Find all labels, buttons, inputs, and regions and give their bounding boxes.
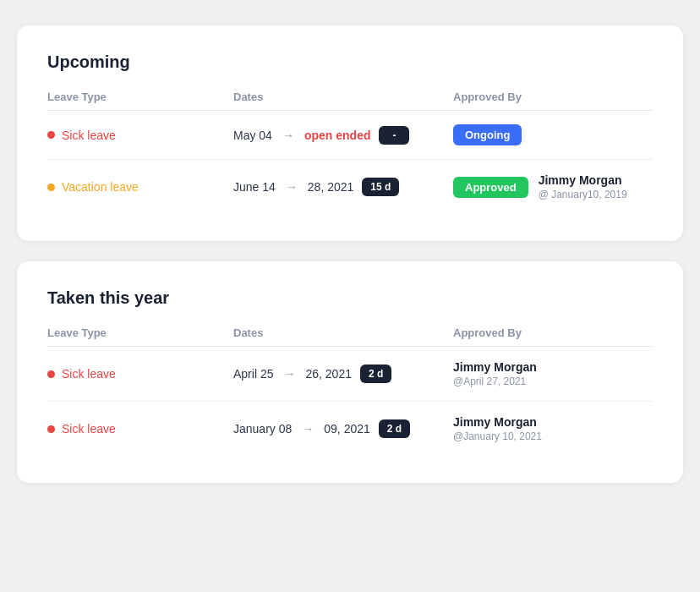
upcoming-date-start-1: May 04 <box>233 129 272 142</box>
upcoming-approved-2: Approved Jimmy Morgan @ January10, 2019 <box>453 173 653 200</box>
upcoming-table-header: Leave Type Dates Approved By <box>47 90 653 111</box>
taken-row-2: Sick leave January 08 → 09, 2021 2 d Jim… <box>47 402 653 456</box>
taken-approver-date-1: @April 27, 2021 <box>453 375 537 387</box>
upcoming-duration-badge-2: 15 d <box>362 178 399 196</box>
upcoming-dates-2: June 14 → 28, 2021 15 d <box>233 178 453 196</box>
taken-approved-1: Jimmy Morgan @April 27, 2021 <box>453 360 653 387</box>
taken-leave-type-1: Sick leave <box>47 367 233 381</box>
taken-dates-1: April 25 → 26, 2021 2 d <box>233 365 453 383</box>
taken-duration-badge-2: 2 d <box>379 419 410 438</box>
taken-approver-info-1: Jimmy Morgan @April 27, 2021 <box>453 360 537 387</box>
approved-badge-2: Approved <box>453 177 528 198</box>
upcoming-leave-type-2: Vacation leave <box>47 180 233 194</box>
taken-this-year-card: Taken this year Leave Type Dates Approve… <box>17 261 683 483</box>
taken-header-approved-by: Approved By <box>453 326 653 339</box>
upcoming-card: Upcoming Leave Type Dates Approved By Si… <box>17 25 683 241</box>
dot-icon-red-1 <box>47 131 55 139</box>
upcoming-dates-1: May 04 → open ended - <box>233 126 453 145</box>
upcoming-duration-badge-1: - <box>379 126 409 145</box>
taken-date-end-2: 09, 2021 <box>324 422 370 436</box>
taken-date-end-1: 26, 2021 <box>305 367 352 381</box>
upcoming-approver-date-2: @ January10, 2019 <box>539 189 627 200</box>
taken-header-leave-type: Leave Type <box>47 326 233 339</box>
taken-duration-badge-1: 2 d <box>360 365 391 383</box>
upcoming-date-end-1: open ended <box>304 129 371 142</box>
upcoming-approved-1: Ongoing <box>453 124 653 145</box>
taken-table-header: Leave Type Dates Approved By <box>47 326 653 347</box>
arrow-icon-1: → <box>282 129 294 142</box>
taken-leave-type-2: Sick leave <box>47 422 233 436</box>
taken-approver-name-1: Jimmy Morgan <box>453 360 537 374</box>
taken-dates-2: January 08 → 09, 2021 2 d <box>233 419 453 438</box>
arrow-icon-4: → <box>302 422 314 436</box>
taken-approved-2: Jimmy Morgan @January 10, 2021 <box>453 415 653 442</box>
upcoming-approver-name-2: Jimmy Morgan <box>539 173 627 187</box>
arrow-icon-3: → <box>283 367 295 381</box>
upcoming-row-1: Sick leave May 04 → open ended - Ongoing <box>47 111 653 160</box>
taken-approver-info-2: Jimmy Morgan @January 10, 2021 <box>453 415 542 442</box>
upcoming-date-end-2: 28, 2021 <box>308 180 354 194</box>
upcoming-title: Upcoming <box>47 52 653 72</box>
arrow-icon-2: → <box>286 180 298 194</box>
upcoming-leave-type-1: Sick leave <box>47 129 233 142</box>
taken-date-start-1: April 25 <box>233 367 273 381</box>
upcoming-approver-info-2: Jimmy Morgan @ January10, 2019 <box>539 173 627 200</box>
dot-icon-red-3 <box>47 425 55 433</box>
upcoming-header-dates: Dates <box>233 90 453 103</box>
upcoming-header-leave-type: Leave Type <box>47 90 233 103</box>
upcoming-leave-label-2: Vacation leave <box>62 180 139 194</box>
upcoming-header-approved-by: Approved By <box>453 90 653 103</box>
taken-date-start-2: January 08 <box>233 422 292 436</box>
dot-icon-red-2 <box>47 370 55 378</box>
dot-icon-yellow-1 <box>47 184 55 191</box>
upcoming-leave-label-1: Sick leave <box>62 129 116 142</box>
taken-approver-date-2: @January 10, 2021 <box>453 430 542 442</box>
ongoing-badge-1: Ongoing <box>453 124 522 145</box>
taken-title: Taken this year <box>47 288 653 308</box>
taken-leave-label-2: Sick leave <box>62 422 116 436</box>
taken-row-1: Sick leave April 25 → 26, 2021 2 d Jimmy… <box>47 347 653 402</box>
upcoming-row-2: Vacation leave June 14 → 28, 2021 15 d A… <box>47 160 653 214</box>
taken-header-dates: Dates <box>233 326 453 339</box>
taken-leave-label-1: Sick leave <box>62 367 116 381</box>
taken-approver-name-2: Jimmy Morgan <box>453 415 542 429</box>
upcoming-date-start-2: June 14 <box>233 180 276 194</box>
